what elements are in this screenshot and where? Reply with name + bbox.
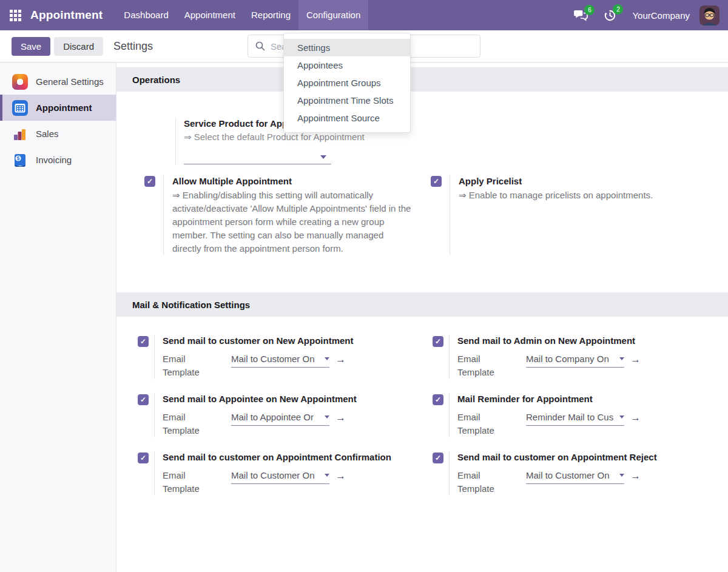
mail-customer-new-checkbox[interactable] [138,336,149,347]
email-template-label: Email Template [457,411,506,437]
email-template-label: Email Template [163,469,211,496]
mail-setting-label: Send mail to Appointee on New Appointmen… [163,393,433,405]
mail-setting-label: Send mail to customer on Appointment Rej… [457,451,727,463]
apps-grid-icon [10,10,21,21]
chevron-down-icon [619,416,624,419]
email-template-label: Email Template [163,352,211,379]
sales-barchart-icon [12,126,28,142]
chevron-down-icon [619,474,624,477]
email-template-label: Email Template [457,352,506,379]
email-template-select[interactable]: Mail to Customer On [526,469,641,496]
email-template-select[interactable]: Mail to Company On [526,352,641,379]
activities-button[interactable]: 2 [604,9,616,22]
email-template-select[interactable]: Mail to Customer On [231,352,346,379]
service-product-help: ⇒ Select the default Product for Appoint… [184,132,334,143]
email-template-value: Mail to Appointee Or [231,412,314,422]
nav-configuration[interactable]: Configuration [298,0,368,30]
sidebar-item-sales[interactable]: Sales [0,121,116,147]
service-product-select[interactable] [184,150,331,164]
operations-row: Allow Multiple Appointment ⇒ Enabling/di… [116,175,728,255]
email-template-label: Email Template [163,411,211,437]
sidebar-item-appointment[interactable]: Appointment [0,95,116,121]
app-window: Appointment Dashboard Appointment Report… [0,0,728,572]
chevron-down-icon [320,155,326,159]
mail-appointee-new-checkbox[interactable] [138,394,149,405]
internal-link-icon[interactable] [630,354,641,366]
mail-setting-label: Send mail to customer on Appointment Con… [163,451,433,463]
main-nav: Dashboard Appointment Reporting Configur… [116,0,368,30]
settings-content: Operations Service Product for Appointme… [116,62,728,572]
mail-setting-label: Send mail to customer on New Appointment [163,335,433,347]
messages-badge: 6 [584,5,595,15]
email-template-label: Email Template [457,469,506,496]
apply-pricelist-setting: Apply Pricelist ⇒ Enable to manage price… [431,175,717,255]
mail-setting-reminder: Mail Reminder for Appointment Email Temp… [433,393,727,437]
sidebar-item-label: General Settings [36,76,104,87]
configuration-menu: Settings Appointees Appointment Groups A… [283,33,411,133]
email-template-select[interactable]: Mail to Appointee Or [231,411,346,437]
discard-button[interactable]: Discard [54,37,103,56]
mail-setting-label: Send mail to Admin on New Appointment [457,335,727,347]
menu-item-appointment-groups[interactable]: Appointment Groups [284,74,410,92]
nav-appointment[interactable]: Appointment [177,0,243,30]
menu-item-appointment-source[interactable]: Appointment Source [284,109,410,127]
menu-item-appointees[interactable]: Appointees [284,56,410,74]
apply-pricelist-help: ⇒ Enable to manage pricelists on appoint… [459,189,700,202]
internal-link-icon[interactable] [630,470,641,482]
chevron-down-icon [325,474,329,477]
email-template-value: Mail to Company On [526,354,609,364]
internal-link-icon[interactable] [630,412,641,424]
allow-multiple-help: ⇒ Enabling/disabling this setting will a… [172,189,414,255]
chevron-down-icon [325,416,329,419]
operations-section: Service Product for Appointment ⇒ Select… [116,92,728,292]
email-template-value: Mail to Customer On [231,470,315,480]
mail-setting-customer-new: Send mail to customer on New Appointment… [138,335,433,379]
internal-link-icon[interactable] [335,470,346,482]
mail-reject-checkbox[interactable] [433,453,443,463]
save-button[interactable]: Save [12,37,50,56]
mail-confirmation-checkbox[interactable] [138,453,149,463]
search-icon [255,41,265,51]
chevron-down-icon [325,357,329,360]
user-avatar[interactable] [699,5,720,25]
chevron-down-icon [619,357,624,360]
mail-setting-confirmation: Send mail to customer on Appointment Con… [138,451,433,496]
email-template-value: Reminder Mail to Cus [526,412,613,422]
settings-sidebar: General Settings Appointment [0,62,116,572]
mail-admin-new-checkbox[interactable] [433,336,443,347]
mail-setting-label: Mail Reminder for Appointment [457,393,727,405]
sidebar-item-general-settings[interactable]: General Settings [0,69,116,95]
breadcrumb: Settings [113,40,153,53]
topbar-right: 6 2 YourCompany [574,5,728,25]
top-bar: Appointment Dashboard Appointment Report… [0,0,728,30]
nav-dashboard[interactable]: Dashboard [116,0,176,30]
section-header-mail: Mail & Notification Settings [116,292,728,317]
apply-pricelist-checkbox[interactable] [431,176,442,187]
apply-pricelist-label: Apply Pricelist [459,175,717,188]
menu-item-settings[interactable]: Settings [284,39,410,56]
company-name[interactable]: YourCompany [632,10,690,21]
sidebar-item-label: Appointment [36,103,92,113]
menu-item-appointment-time-slots[interactable]: Appointment Time Slots [284,92,410,109]
sidebar-item-invoicing[interactable]: $ Invoicing [0,147,116,173]
messages-button[interactable]: 6 [574,10,588,21]
activities-badge: 2 [613,4,623,15]
mail-settings-grid: Send mail to customer on New Appointment… [116,317,728,496]
mail-reminder-checkbox[interactable] [433,394,443,405]
mail-setting-reject: Send mail to customer on Appointment Rej… [433,451,727,496]
internal-link-icon[interactable] [335,412,346,424]
email-template-select[interactable]: Mail to Customer On [231,469,346,496]
avatar-image [699,5,720,25]
internal-link-icon[interactable] [335,354,346,366]
app-title: Appointment [30,8,103,22]
email-template-value: Mail to Customer On [526,470,610,480]
apps-menu-button[interactable] [0,0,30,30]
email-template-select[interactable]: Reminder Mail to Cus [526,411,641,437]
invoicing-icon: $ [12,152,28,168]
allow-multiple-checkbox[interactable] [144,176,155,187]
allow-multiple-setting: Allow Multiple Appointment ⇒ Enabling/di… [144,175,431,255]
appointment-calendar-icon [12,100,28,116]
nav-reporting[interactable]: Reporting [243,0,298,30]
mail-setting-appointee-new: Send mail to Appointee on New Appointmen… [138,393,433,437]
email-template-value: Mail to Customer On [231,354,315,364]
